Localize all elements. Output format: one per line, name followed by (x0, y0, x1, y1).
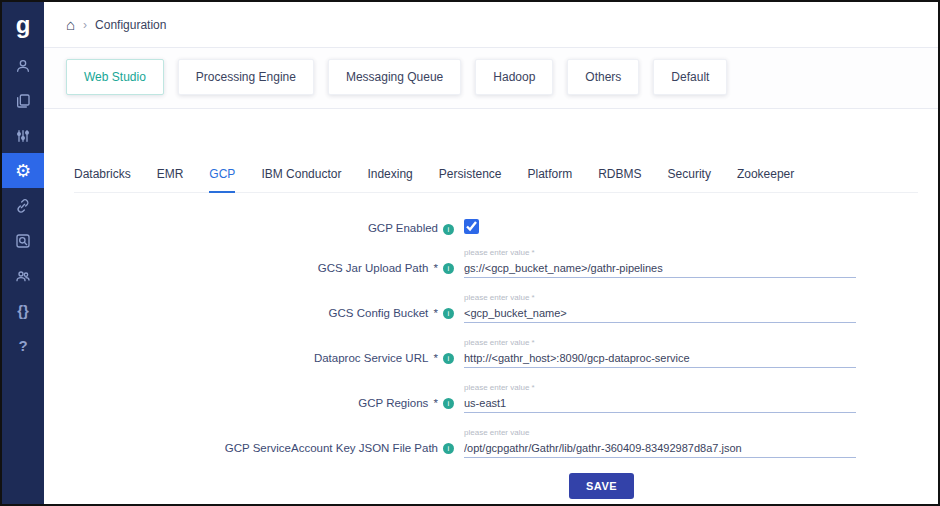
field-hint: please enter value * (464, 338, 856, 347)
input-dataproc-service-url[interactable] (464, 351, 856, 368)
info-icon[interactable]: i (443, 353, 454, 364)
field-label: GCP ServiceAccount Key JSON File Pathi (74, 442, 464, 458)
field-hint: please enter value * (464, 293, 856, 302)
primary-tabs: Web StudioProcessing EngineMessaging Que… (44, 48, 938, 109)
save-button[interactable]: SAVE (569, 473, 634, 499)
app-window: g ⚙ {} ? ⌂ › Confi (0, 0, 940, 506)
documents-icon[interactable] (2, 83, 44, 118)
subtab-databricks[interactable]: Databricks (74, 167, 131, 193)
info-icon[interactable]: i (443, 224, 454, 235)
required-marker: * (430, 262, 438, 274)
subtab-persistence[interactable]: Persistence (439, 167, 502, 193)
field-label: GCS Jar Upload Path *i (74, 262, 464, 278)
search-document-icon[interactable] (2, 223, 44, 258)
tab-messaging-queue[interactable]: Messaging Queue (328, 59, 461, 95)
tab-default[interactable]: Default (653, 59, 727, 95)
info-icon[interactable]: i (443, 443, 454, 454)
field-gcs-jar-upload-path: GCS Jar Upload Path *iplease enter value… (74, 248, 918, 278)
user-icon[interactable] (2, 48, 44, 83)
input-gcs-config-bucket[interactable] (464, 306, 856, 323)
checkbox-gcp-enabled[interactable] (464, 219, 479, 234)
info-icon[interactable]: i (443, 398, 454, 409)
app-logo[interactable]: g (2, 2, 44, 48)
field-hint: please enter value * (464, 248, 856, 257)
subtab-rdbms[interactable]: RDBMS (598, 167, 641, 193)
input-gcp-serviceaccount-key-json-file-path[interactable] (464, 441, 856, 458)
subtab-platform[interactable]: Platform (528, 167, 573, 193)
field-label: GCS Config Bucket *i (74, 307, 464, 323)
home-icon[interactable]: ⌂ (66, 16, 75, 33)
help-icon[interactable]: ? (2, 328, 44, 363)
settings-gear-icon[interactable]: ⚙ (2, 153, 44, 188)
sidebar: g ⚙ {} ? (2, 2, 44, 504)
braces-icon[interactable]: {} (2, 293, 44, 328)
tab-others[interactable]: Others (567, 59, 639, 95)
field-gcp-serviceaccount-key-json-file-path: GCP ServiceAccount Key JSON File Pathipl… (74, 428, 918, 458)
sub-tabs: DatabricksEMRGCPIBM ConductorIndexingPer… (74, 167, 918, 193)
field-gcp-enabled: GCP Enabledi (74, 219, 918, 238)
content-panel: DatabricksEMRGCPIBM ConductorIndexingPer… (44, 109, 938, 504)
required-marker: * (430, 352, 438, 364)
required-marker: * (430, 307, 438, 319)
field-label: GCP Enabledi (74, 222, 464, 234)
sliders-icon[interactable] (2, 118, 44, 153)
info-icon[interactable]: i (443, 308, 454, 319)
save-row: SAVE (74, 473, 918, 499)
input-gcp-regions[interactable] (464, 396, 856, 413)
subtab-indexing[interactable]: Indexing (367, 167, 412, 193)
field-hint: please enter value * (464, 383, 856, 392)
subtab-security[interactable]: Security (668, 167, 711, 193)
link-icon[interactable] (2, 188, 44, 223)
subtab-emr[interactable]: EMR (157, 167, 184, 193)
users-group-icon[interactable] (2, 258, 44, 293)
field-label: GCP Regions *i (74, 397, 464, 413)
config-form: GCP EnablediGCS Jar Upload Path *iplease… (74, 219, 918, 499)
tab-hadoop[interactable]: Hadoop (475, 59, 553, 95)
tab-processing-engine[interactable]: Processing Engine (178, 59, 314, 95)
tab-web-studio[interactable]: Web Studio (66, 59, 164, 95)
breadcrumb-separator: › (83, 18, 87, 32)
subtab-gcp[interactable]: GCP (209, 167, 235, 193)
subtab-ibm-conductor[interactable]: IBM Conductor (261, 167, 341, 193)
field-gcp-regions: GCP Regions *iplease enter value * (74, 383, 918, 413)
breadcrumb: ⌂ › Configuration (44, 2, 938, 48)
subtab-zookeeper[interactable]: Zookeeper (737, 167, 794, 193)
info-icon[interactable]: i (443, 263, 454, 274)
field-dataproc-service-url: Dataproc Service URL *iplease enter valu… (74, 338, 918, 368)
input-gcs-jar-upload-path[interactable] (464, 261, 856, 278)
breadcrumb-current: Configuration (95, 18, 166, 32)
required-marker: * (430, 397, 438, 409)
field-hint: please enter value (464, 428, 856, 437)
field-gcs-config-bucket: GCS Config Bucket *iplease enter value * (74, 293, 918, 323)
field-label: Dataproc Service URL *i (74, 352, 464, 368)
main-area: ⌂ › Configuration Web StudioProcessing E… (44, 2, 938, 504)
